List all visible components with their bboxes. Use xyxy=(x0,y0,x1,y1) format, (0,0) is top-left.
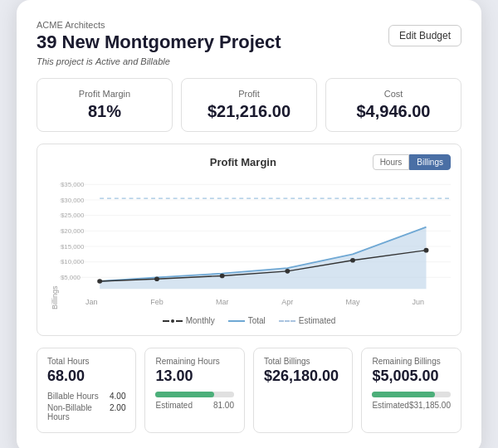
company-name: ACME Architects xyxy=(37,20,281,30)
svg-text:$15,000: $15,000 xyxy=(61,243,84,251)
remaining-hours-value: 13.00 xyxy=(155,368,233,385)
non-billable-hours-row: Non-Billable Hours 2.00 xyxy=(47,403,125,421)
svg-point-21 xyxy=(424,248,429,253)
billable-hours-row: Billable Hours 4.00 xyxy=(47,392,125,401)
legend-estimated-line xyxy=(279,320,295,322)
billable-hours-label: Billable Hours xyxy=(47,392,99,401)
chart-toggle: Hours Billings xyxy=(373,154,451,170)
legend-estimated-label: Estimated xyxy=(299,316,335,325)
legend-total-label: Total xyxy=(248,316,266,325)
edit-budget-button[interactable]: Edit Budget xyxy=(388,25,461,46)
chart-legend: Monthly Total Estimated xyxy=(47,316,451,325)
remaining-hours-progress-fill xyxy=(155,392,214,397)
x-label-jun: Jun xyxy=(385,298,451,306)
svg-point-18 xyxy=(220,274,225,279)
x-label-apr: Apr xyxy=(255,298,320,306)
x-axis: Jan Feb Mar Apr May Jun xyxy=(59,298,451,306)
remaining-billings-progress-fill xyxy=(372,392,435,397)
svg-point-19 xyxy=(285,269,290,274)
svg-text:$30,000: $30,000 xyxy=(61,197,84,204)
profit-margin-value: 81% xyxy=(51,102,159,121)
chart-svg: $35,000 $30,000 $25,000 $20,000 $15,000 … xyxy=(59,177,451,293)
x-label-jan: Jan xyxy=(59,298,124,306)
remaining-billings-card: Remaining Billings $5,005.00 Estimated $… xyxy=(361,348,461,433)
chart-section: Profit Margin Hours Billings Billings xyxy=(37,144,461,336)
legend-monthly-label: Monthly xyxy=(186,316,215,325)
legend-monthly: Monthly xyxy=(163,316,215,325)
toggle-hours-button[interactable]: Hours xyxy=(373,154,410,170)
remaining-billings-estimated-row: Estimated $31,185.00 xyxy=(372,401,451,410)
total-hours-label: Total Hours xyxy=(47,357,125,366)
svg-point-16 xyxy=(97,279,102,284)
profit-value: $21,216.00 xyxy=(195,102,303,121)
profit-margin-card: Profit Margin 81% xyxy=(37,78,173,132)
chart-inner: $35,000 $30,000 $25,000 $20,000 $15,000 … xyxy=(59,177,451,309)
remaining-hours-estimated-row: Estimated 81.00 xyxy=(155,401,233,410)
cost-label: Cost xyxy=(339,89,447,99)
header-text: ACME Architects 39 New Montgomery Projec… xyxy=(37,20,281,53)
non-billable-hours-label: Non-Billable Hours xyxy=(47,403,110,421)
project-title: 39 New Montgomery Project xyxy=(37,32,281,53)
total-hours-value: 68.00 xyxy=(47,368,125,385)
x-label-mar: Mar xyxy=(189,298,255,306)
svg-text:$35,000: $35,000 xyxy=(61,181,84,188)
total-billings-value: $26,180.00 xyxy=(264,368,342,385)
chart-header: Profit Margin Hours Billings xyxy=(47,154,451,170)
remaining-billings-progress-bg xyxy=(372,392,451,397)
legend-total-line xyxy=(228,320,245,322)
svg-point-20 xyxy=(350,258,355,263)
metrics-row: Profit Margin 81% Profit $21,216.00 Cost… xyxy=(37,78,461,132)
svg-text:$20,000: $20,000 xyxy=(61,227,84,235)
x-label-feb: Feb xyxy=(124,298,190,306)
remaining-billings-label: Remaining Billings xyxy=(372,357,451,366)
main-card: ACME Architects 39 New Montgomery Projec… xyxy=(17,0,481,448)
total-hours-card: Total Hours 68.00 Billable Hours 4.00 No… xyxy=(37,348,136,433)
total-billings-card: Total Billings $26,180.00 xyxy=(253,348,353,433)
remaining-hours-estimated-value: 81.00 xyxy=(213,401,234,410)
remaining-billings-value: $5,005.00 xyxy=(372,368,451,385)
profit-card: Profit $21,216.00 xyxy=(181,78,317,132)
remaining-hours-label: Remaining Hours xyxy=(155,357,233,366)
svg-text:$25,000: $25,000 xyxy=(61,212,84,220)
chart-title: Profit Margin xyxy=(114,156,373,168)
legend-total: Total xyxy=(228,316,266,325)
profit-margin-label: Profit Margin xyxy=(51,89,159,99)
toggle-billings-button[interactable]: Billings xyxy=(409,154,451,170)
remaining-hours-estimated-label: Estimated xyxy=(155,401,192,410)
non-billable-hours-value: 2.00 xyxy=(110,403,125,421)
chart-area: Billings $35,000 $30,000 $25,000 $20,000 xyxy=(47,177,451,309)
profit-label: Profit xyxy=(195,89,303,99)
status-text: This project is Active and Billable xyxy=(37,56,461,66)
remaining-billings-estimated-label: Estimated xyxy=(372,401,408,410)
y-axis-label: Billings xyxy=(47,177,59,309)
remaining-billings-estimated-value: $31,185.00 xyxy=(409,401,451,410)
header: ACME Architects 39 New Montgomery Projec… xyxy=(37,20,461,53)
svg-text:$10,000: $10,000 xyxy=(61,259,84,266)
billable-hours-value: 4.00 xyxy=(110,392,125,401)
svg-point-17 xyxy=(154,276,159,281)
cost-value: $4,946.00 xyxy=(339,102,447,121)
total-billings-label: Total Billings xyxy=(264,357,342,366)
legend-estimated: Estimated xyxy=(279,316,335,325)
remaining-hours-progress-bg xyxy=(155,392,233,397)
x-label-may: May xyxy=(320,298,386,306)
svg-text:$5,000: $5,000 xyxy=(61,274,81,281)
remaining-hours-card: Remaining Hours 13.00 Estimated 81.00 xyxy=(144,348,244,433)
bottom-metrics: Total Hours 68.00 Billable Hours 4.00 No… xyxy=(37,348,461,433)
cost-card: Cost $4,946.00 xyxy=(325,78,461,132)
